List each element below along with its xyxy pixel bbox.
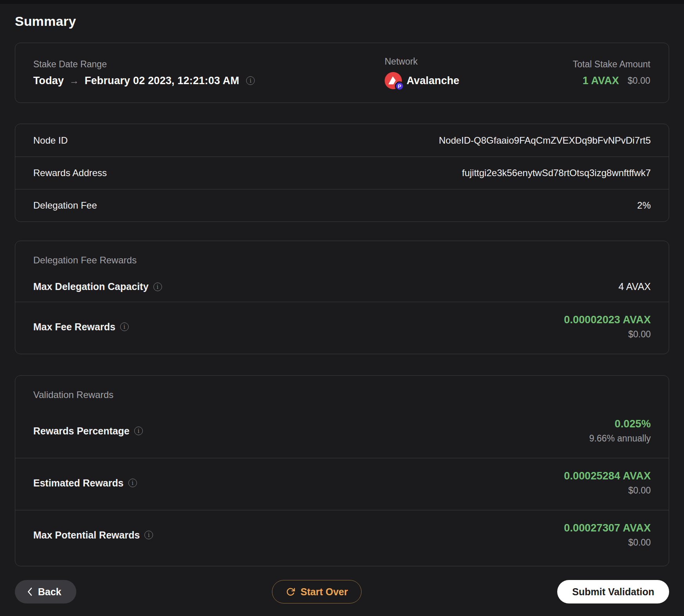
rewards-percentage-values: 0.025% 9.66% annually bbox=[589, 418, 651, 444]
p-chain-badge: P bbox=[395, 81, 404, 91]
stake-date-to: February 02 2023, 12:21:03 AM bbox=[85, 75, 239, 87]
delegation-fee-rewards-card: Delegation Fee Rewards Max Delegation Ca… bbox=[15, 241, 669, 354]
stake-date-range-value: Today → February 02 2023, 12:21:03 AM bbox=[33, 75, 385, 87]
max-fee-rewards-text: Max Fee Rewards bbox=[33, 321, 115, 333]
table-row-node-id: Node ID NodeID-Q8Gfaaio9FAqCmZVEXDq9bFvN… bbox=[15, 124, 669, 157]
validation-rewards-card: Validation Rewards Rewards Percentage 0.… bbox=[15, 375, 669, 566]
chevron-left-icon bbox=[27, 587, 33, 596]
total-stake-usd: $0.00 bbox=[628, 76, 650, 86]
back-button-label: Back bbox=[38, 586, 61, 598]
max-potential-rewards-row: Max Potential Rewards 0.00027307 AVAX $0… bbox=[15, 510, 669, 566]
avalanche-logo-icon: P bbox=[385, 72, 402, 89]
delegation-fee-rewards-title: Delegation Fee Rewards bbox=[15, 241, 669, 266]
table-row-rewards-address: Rewards Address fujittgi2e3k56enytwSd78r… bbox=[15, 157, 669, 189]
max-delegation-capacity-row: Max Delegation Capacity 4 AVAX bbox=[15, 272, 669, 302]
node-id-value: NodeID-Q8Gfaaio9FAqCmZVEXDq9bFvNPvDi7rt5 bbox=[439, 135, 651, 146]
start-over-button[interactable]: Start Over bbox=[272, 580, 362, 603]
stake-date-range-label: Stake Date Range bbox=[33, 59, 385, 70]
info-icon[interactable] bbox=[153, 283, 162, 291]
max-delegation-capacity-value: 4 AVAX bbox=[619, 281, 651, 292]
validation-rewards-title: Validation Rewards bbox=[15, 376, 669, 401]
arrow-right-icon: → bbox=[68, 75, 80, 86]
node-id-label: Node ID bbox=[33, 135, 68, 146]
estimated-rewards-label: Estimated Rewards bbox=[33, 477, 137, 489]
rewards-percentage-annual: 9.66% annually bbox=[589, 433, 651, 444]
max-potential-rewards-value: 0.00027307 AVAX bbox=[564, 522, 651, 534]
max-delegation-capacity-label: Max Delegation Capacity bbox=[33, 281, 162, 292]
total-stake-amount: 1 AVAX bbox=[583, 75, 619, 87]
top-edge-strip bbox=[0, 0, 684, 4]
max-delegation-capacity-text: Max Delegation Capacity bbox=[33, 281, 149, 292]
total-stake-group: Total Stake Amount 1 AVAX $0.00 bbox=[573, 59, 650, 87]
network-name: Avalanche bbox=[407, 75, 459, 87]
refresh-icon bbox=[286, 587, 295, 597]
max-potential-rewards-text: Max Potential Rewards bbox=[33, 530, 140, 541]
estimated-rewards-text: Estimated Rewards bbox=[33, 477, 124, 489]
max-fee-rewards-usd: $0.00 bbox=[628, 329, 651, 340]
network-value: P Avalanche bbox=[385, 72, 573, 89]
total-stake-value: 1 AVAX $0.00 bbox=[583, 75, 650, 87]
estimated-rewards-row: Estimated Rewards 0.00025284 AVAX $0.00 bbox=[15, 458, 669, 510]
validator-details-card: Node ID NodeID-Q8Gfaaio9FAqCmZVEXDq9bFvN… bbox=[15, 124, 669, 222]
submit-validation-button[interactable]: Submit Validation bbox=[557, 580, 669, 603]
estimated-rewards-usd: $0.00 bbox=[628, 485, 651, 496]
rewards-percentage-label: Rewards Percentage bbox=[33, 425, 143, 437]
max-fee-rewards-label: Max Fee Rewards bbox=[33, 321, 129, 333]
stake-overview-card: Stake Date Range Today → February 02 202… bbox=[15, 43, 669, 103]
max-fee-rewards-values: 0.00002023 AVAX $0.00 bbox=[564, 314, 651, 340]
estimated-rewards-values: 0.00025284 AVAX $0.00 bbox=[564, 470, 651, 496]
max-potential-rewards-label: Max Potential Rewards bbox=[33, 530, 153, 541]
total-stake-label: Total Stake Amount bbox=[573, 59, 650, 70]
info-icon[interactable] bbox=[144, 531, 153, 539]
max-fee-rewards-value: 0.00002023 AVAX bbox=[564, 314, 651, 326]
delegation-fee-label: Delegation Fee bbox=[33, 200, 97, 211]
info-icon[interactable] bbox=[246, 76, 255, 85]
estimated-rewards-value: 0.00025284 AVAX bbox=[564, 470, 651, 482]
info-icon[interactable] bbox=[120, 322, 129, 331]
info-icon[interactable] bbox=[128, 479, 137, 487]
stake-date-range-group: Stake Date Range Today → February 02 202… bbox=[33, 59, 385, 87]
max-potential-rewards-values: 0.00027307 AVAX $0.00 bbox=[564, 522, 651, 548]
rewards-address-label: Rewards Address bbox=[33, 168, 107, 178]
action-bar: Back Start Over Submit Validation bbox=[15, 580, 669, 603]
network-group: Network P Avalanche bbox=[385, 56, 573, 89]
submit-validation-label: Submit Validation bbox=[572, 586, 654, 598]
page-title: Summary bbox=[15, 0, 669, 29]
network-label: Network bbox=[385, 56, 573, 67]
info-icon[interactable] bbox=[134, 427, 143, 435]
start-over-button-label: Start Over bbox=[301, 586, 348, 598]
back-button[interactable]: Back bbox=[15, 580, 76, 603]
table-row-delegation-fee: Delegation Fee 2% bbox=[15, 189, 669, 222]
rewards-percentage-value: 0.025% bbox=[615, 418, 651, 430]
stake-date-from: Today bbox=[33, 75, 64, 87]
summary-page: Summary Stake Date Range Today → Februar… bbox=[0, 0, 684, 616]
max-potential-rewards-usd: $0.00 bbox=[628, 537, 651, 548]
rewards-address-value: fujittgi2e3k56enytwSd78rtOtsq3izg8wnftff… bbox=[462, 168, 651, 178]
max-fee-rewards-row: Max Fee Rewards 0.00002023 AVAX $0.00 bbox=[15, 302, 669, 354]
rewards-percentage-text: Rewards Percentage bbox=[33, 425, 130, 437]
rewards-percentage-row: Rewards Percentage 0.025% 9.66% annually bbox=[15, 406, 669, 458]
delegation-fee-value: 2% bbox=[637, 200, 651, 211]
